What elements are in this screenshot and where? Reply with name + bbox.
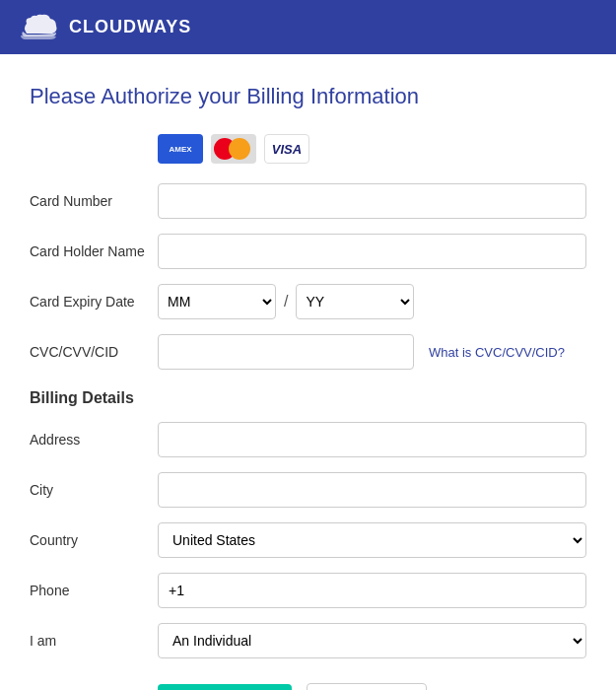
address-row: Address — [30, 422, 586, 457]
country-select[interactable]: United States United Kingdom Canada Aust… — [158, 522, 586, 558]
expiry-selects: MM 01 02 03 04 05 06 07 08 09 10 11 12 /… — [158, 284, 414, 319]
visa-icon: VISA — [264, 134, 309, 164]
logo-container: CLOUDWAYS — [20, 13, 191, 42]
cvc-help-link[interactable]: What is CVC/CVV/CID? — [429, 345, 565, 360]
cvc-input-group: What is CVC/CVV/CID? — [158, 334, 586, 370]
cvc-input[interactable] — [158, 334, 414, 370]
cvc-label: CVC/CVV/CID — [30, 344, 158, 360]
page-title: Please Authorize your Billing Informatio… — [30, 84, 586, 109]
card-holder-row: Card Holder Name — [30, 234, 586, 269]
phone-row: Phone — [30, 573, 586, 608]
phone-label: Phone — [30, 583, 158, 598]
city-row: City — [30, 472, 586, 508]
amex-icon: AMEX — [158, 134, 203, 164]
card-number-label: Card Number — [30, 193, 158, 209]
iam-select[interactable]: An Individual A Company — [158, 623, 586, 658]
card-expiry-row: Card Expiry Date MM 01 02 03 04 05 06 07… — [30, 284, 586, 319]
expiry-separator: / — [284, 293, 288, 310]
expiry-year-select[interactable]: YY 2024 2025 2026 2027 2028 2029 2030 20… — [296, 284, 414, 319]
card-number-row: Card Number — [30, 183, 586, 219]
expiry-month-select[interactable]: MM 01 02 03 04 05 06 07 08 09 10 11 12 — [158, 284, 276, 319]
card-holder-label: Card Holder Name — [30, 243, 158, 259]
card-number-input[interactable] — [158, 183, 586, 219]
city-label: City — [30, 482, 158, 498]
logo-text: CLOUDWAYS — [69, 17, 191, 37]
address-label: Address — [30, 432, 158, 448]
iam-label: I am — [30, 633, 158, 649]
country-label: Country — [30, 532, 158, 548]
iam-row: I am An Individual A Company — [30, 623, 586, 658]
country-row: Country United States United Kingdom Can… — [30, 522, 586, 558]
navbar: CLOUDWAYS — [0, 0, 616, 54]
card-expiry-label: Card Expiry Date — [30, 294, 158, 310]
city-input[interactable] — [158, 472, 586, 508]
mastercard-icon — [211, 134, 256, 164]
go-back-button[interactable]: GO BACK — [307, 683, 427, 690]
card-holder-input[interactable] — [158, 234, 586, 269]
card-brand-icons: AMEX VISA — [158, 134, 586, 164]
address-input[interactable] — [158, 422, 586, 457]
cloudways-logo-icon — [20, 13, 59, 42]
action-buttons: AUTHORIZE GO BACK — [158, 683, 586, 690]
authorize-button[interactable]: AUTHORIZE — [158, 684, 292, 690]
main-content: Please Authorize your Billing Informatio… — [0, 54, 616, 690]
billing-section-title: Billing Details — [30, 389, 586, 407]
cvc-row: CVC/CVV/CID What is CVC/CVV/CID? — [30, 334, 586, 370]
phone-input[interactable] — [158, 573, 586, 608]
